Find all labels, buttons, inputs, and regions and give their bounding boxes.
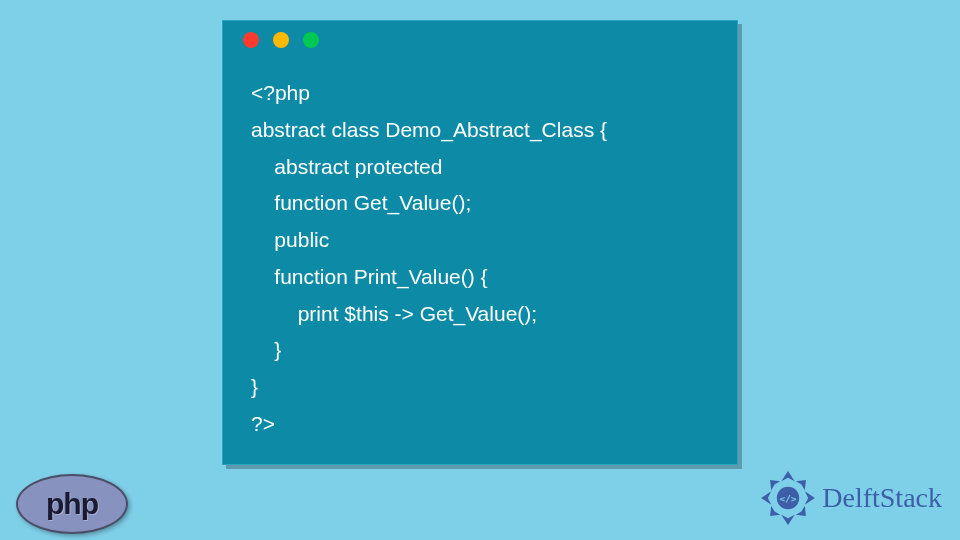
delftstack-brand-text: DelftStack xyxy=(822,482,942,514)
code-snippet: <?php abstract class Demo_Abstract_Class… xyxy=(223,59,737,463)
svg-marker-7 xyxy=(770,480,780,490)
svg-text:</>: </> xyxy=(780,493,797,504)
svg-marker-6 xyxy=(770,506,780,516)
php-logo: php xyxy=(16,474,128,534)
svg-marker-2 xyxy=(782,515,795,525)
delftstack-logo-icon: </> xyxy=(760,470,816,526)
svg-marker-1 xyxy=(805,491,815,504)
window-titlebar xyxy=(223,21,737,59)
svg-marker-5 xyxy=(796,506,806,516)
svg-marker-0 xyxy=(782,471,795,481)
svg-marker-3 xyxy=(761,491,771,504)
code-window: <?php abstract class Demo_Abstract_Class… xyxy=(222,20,738,465)
svg-marker-4 xyxy=(796,480,806,490)
maximize-icon xyxy=(303,32,319,48)
close-icon xyxy=(243,32,259,48)
delftstack-brand: </> DelftStack xyxy=(760,470,942,526)
minimize-icon xyxy=(273,32,289,48)
php-logo-text: php xyxy=(46,487,98,521)
